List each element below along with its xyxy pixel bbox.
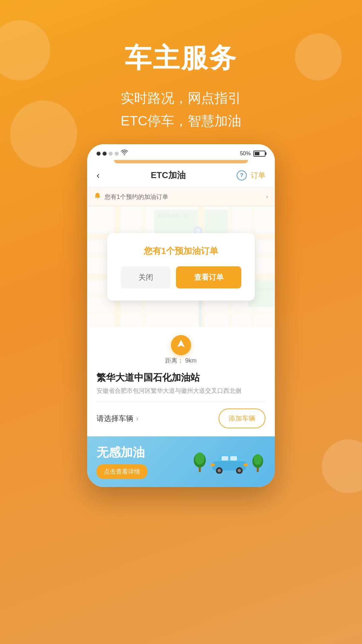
station-address: 安徽省合肥市包河区繁华大道与徽州大道交叉口西北侧: [97, 387, 265, 395]
map-area[interactable]: 蜀峰湾体育公园 合肥体育: [87, 206, 275, 327]
battery-fill: [255, 152, 259, 155]
dialog-box: 您有1个预加油订单 关闭 查看订单: [107, 233, 255, 301]
station-name: 繁华大道中国石化加油站: [97, 371, 265, 384]
wifi-icon: [121, 150, 128, 157]
notch: [114, 160, 248, 163]
app-header: ‹ ETC加油 ? 订单: [87, 163, 275, 187]
back-button[interactable]: ‹: [97, 170, 100, 181]
signal-dot-3: [109, 152, 113, 156]
svg-point-11: [238, 469, 241, 472]
banner-cta[interactable]: 点击查看详情: [97, 464, 147, 479]
notif-arrow: ›: [266, 193, 268, 200]
notif-icon: [94, 192, 101, 201]
vehicle-row: 请选择车辆 › 添加车辆: [97, 409, 265, 428]
status-bar: 50%: [87, 144, 275, 160]
svg-point-4: [195, 452, 204, 465]
map-background: 蜀峰湾体育公园 合肥体育: [87, 206, 275, 327]
distance-text: 距离： 9km: [97, 357, 265, 365]
svg-point-16: [254, 454, 262, 465]
battery-area: 50%: [240, 151, 265, 157]
header-right: ? 订单: [237, 170, 265, 180]
navigation-button[interactable]: [171, 335, 191, 355]
svg-rect-12: [211, 464, 215, 466]
banner-title: 无感加油: [97, 444, 147, 461]
svg-rect-6: [222, 456, 228, 461]
svg-point-9: [218, 469, 221, 472]
signal-dot-1: [97, 152, 101, 156]
nav-btn-area: [97, 335, 265, 355]
battery-percent: 50%: [240, 151, 251, 157]
tree2-icon: [250, 452, 265, 474]
phone-mockup: 50% ‹ ETC加油 ? 订单 您有1个预约的加: [87, 144, 275, 487]
battery-bar: [253, 151, 265, 157]
banner-illustration: [191, 450, 265, 474]
nav-arrow-icon: [176, 338, 186, 351]
battery-tip: [265, 152, 266, 155]
view-order-button[interactable]: 查看订单: [176, 266, 241, 288]
tree-icon: [191, 450, 208, 474]
subtitle-line2: ETC停车，智慧加油: [0, 109, 362, 132]
subtitle-line1: 实时路况，网点指引: [0, 87, 362, 109]
dialog-title: 您有1个预加油订单: [121, 245, 241, 257]
deco-circle-4: [322, 439, 362, 493]
divider: [97, 401, 265, 402]
notification-bar[interactable]: 您有1个预约的加油订单 ›: [87, 187, 275, 206]
signal-dot-4: [115, 152, 119, 156]
car-icon: [211, 452, 248, 474]
vehicle-select-label[interactable]: 请选择车辆 ›: [97, 414, 138, 424]
notif-text: 您有1个预约的加油订单: [105, 193, 168, 201]
svg-rect-13: [244, 464, 248, 466]
hero-subtitle: 实时路况，网点指引 ETC停车，智慧加油: [0, 87, 362, 132]
dialog-buttons: 关闭 查看订单: [121, 266, 241, 288]
svg-rect-7: [230, 456, 237, 461]
banner-left: 无感加油 点击查看详情: [97, 444, 147, 479]
order-link[interactable]: 订单: [251, 170, 265, 180]
signal-dot-2: [103, 152, 107, 156]
close-button[interactable]: 关闭: [121, 266, 171, 288]
signal-area: [97, 150, 128, 157]
notif-left: 您有1个预约的加油订单: [94, 192, 168, 201]
add-vehicle-button[interactable]: 添加车辆: [219, 409, 265, 428]
help-button[interactable]: ?: [237, 170, 247, 180]
dialog-overlay: 您有1个预加油订单 关闭 查看订单: [87, 206, 275, 327]
bottom-panel: 距离： 9km 繁华大道中国石化加油站 安徽省合肥市包河区繁华大道与徽州大道交叉…: [87, 327, 275, 436]
deco-circle-2: [295, 34, 342, 80]
header-title: ETC加油: [151, 169, 186, 181]
banner-area[interactable]: 无感加油 点击查看详情: [87, 436, 275, 487]
